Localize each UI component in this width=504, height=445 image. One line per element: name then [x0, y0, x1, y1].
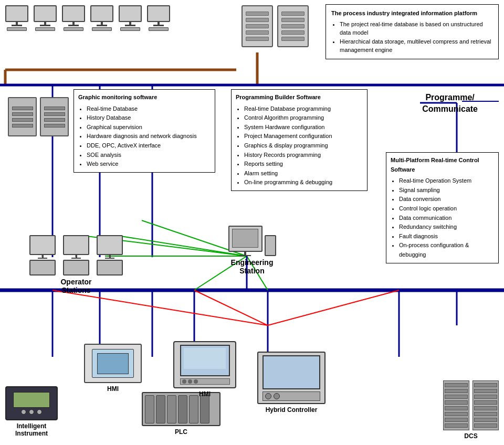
base-2	[40, 25, 50, 26]
monitor-4	[90, 5, 113, 22]
ctrl-item-1: Real-time Operation System	[399, 176, 494, 186]
prog-item-1: Real-time Database programming	[244, 104, 363, 114]
ctrl-item-7: Fault diagnosis	[399, 232, 494, 241]
graphic-item-1: Real-time Database	[87, 104, 211, 114]
server-slot-10	[281, 37, 304, 41]
knob-1	[21, 409, 26, 415]
server-slot-9	[281, 30, 304, 35]
programme-label: Programme/Communicate	[422, 92, 478, 115]
svg-line-24	[268, 290, 399, 325]
server-icon-2	[277, 5, 309, 47]
info-box-list: The project real-time database is based …	[331, 20, 493, 55]
base-5	[125, 25, 135, 26]
base-1	[12, 25, 22, 26]
hmi2-btn-3	[194, 379, 198, 384]
server-mid-area	[8, 97, 69, 136]
server-slot-4	[246, 30, 269, 35]
server-slot-8	[281, 24, 304, 28]
server-slot-2	[246, 18, 269, 22]
hmi2-screen	[180, 345, 230, 376]
graphic-item-7: Web service	[87, 160, 211, 169]
op-tower-1	[29, 260, 56, 276]
instrument-knobs	[21, 409, 42, 415]
operator-pc-1	[29, 235, 56, 276]
programming-box-title: Programming Builder Software	[236, 93, 363, 102]
instrument-label: Intelligent Instrument	[5, 422, 58, 437]
prog-item-5: Graphics & display programming	[244, 141, 363, 151]
server-slot-1	[246, 12, 269, 16]
hmi2-area: HMI	[173, 341, 236, 398]
server-icon-1	[242, 5, 273, 47]
control-box-list: Real-time Operation System Signal sampli…	[391, 176, 494, 259]
mid-server-2	[40, 97, 69, 136]
op-monitor-2	[63, 235, 89, 255]
graphic-item-2: History Database	[87, 113, 211, 123]
plc-area: PLC	[142, 392, 220, 436]
prog-item-4: Project Management configuration	[244, 132, 363, 141]
hmi1-screen	[92, 349, 134, 378]
graphic-item-3: Graphical supervision	[87, 123, 211, 132]
keyboard-5	[120, 27, 140, 31]
hmi1-label: HMI	[84, 385, 142, 393]
server-slot-3	[246, 24, 269, 28]
hmi2-btn-1	[182, 379, 186, 384]
operator-pc-2	[63, 235, 89, 276]
hmi2-label: HMI	[173, 390, 236, 398]
hmi1-panel	[84, 344, 142, 383]
workstation-2	[34, 5, 57, 31]
monitor-3	[62, 5, 85, 22]
workstation-4	[90, 5, 113, 31]
server-slot-6	[281, 12, 304, 16]
info-box-title: The process industry integrated informat…	[331, 9, 493, 18]
prog-item-3: System Hardware configuration	[244, 123, 363, 132]
info-item-2: Hierarchical data storage, multilevel co…	[340, 37, 493, 55]
intelligent-instrument-area: Intelligent Instrument	[5, 386, 58, 437]
programming-box: Programming Builder Software Real-time D…	[231, 89, 368, 191]
ctrl-item-2: Signal sampling	[399, 186, 494, 195]
monitor-5	[119, 5, 142, 22]
keyboard-4	[92, 27, 112, 31]
prog-item-7: Reports setting	[244, 160, 363, 169]
hybrid-area: Hybrid Controller	[257, 352, 326, 414]
base-3	[68, 25, 79, 26]
workstation-1	[5, 5, 28, 31]
operator-label: Operator Stations	[10, 278, 142, 294]
dcs-label: DCS	[443, 432, 499, 440]
op-tower-3	[97, 260, 123, 276]
plc-label: PLC	[142, 428, 220, 436]
engineering-area: Engineering Station	[210, 226, 294, 275]
op-monitor-1	[29, 235, 56, 255]
prog-item-8: Alarm setting	[244, 169, 363, 178]
info-box: The process industry integrated informat…	[326, 4, 499, 59]
base-4	[97, 25, 107, 26]
keyboard-1	[7, 27, 27, 31]
keyboard-2	[35, 27, 55, 31]
prog-item-6: History Records programming	[244, 151, 363, 160]
control-box: Multi-Platform Real-time Control Softwar…	[386, 152, 499, 263]
svg-line-23	[194, 290, 268, 325]
hybrid-label: Hybrid Controller	[257, 406, 326, 414]
keyboard-6	[149, 27, 169, 31]
dcs-area: DCS	[443, 380, 499, 440]
ctrl-item-6: Redundancy switching	[399, 222, 494, 232]
info-item-1: The project real-time database is based …	[340, 20, 493, 37]
server-slot-5	[246, 37, 269, 41]
prog-item-9: On-line programming & debugging	[244, 178, 363, 187]
dcs-rack-2	[472, 380, 499, 430]
server-top-area	[242, 5, 309, 47]
graphic-item-4: Hardware diagnosis and network diagnosis	[87, 132, 211, 141]
hmi1-area: HMI	[84, 344, 142, 393]
mid-server-1	[8, 97, 37, 136]
hmi2-buttons	[180, 378, 230, 385]
graphic-box-list: Real-time Database History Database Grap…	[78, 104, 211, 169]
instrument-screen	[13, 392, 50, 408]
graphic-item-5: DDE, OPC, ActiveX interface	[87, 141, 211, 151]
operator-pc-3	[97, 235, 123, 276]
control-box-title: Multi-Platform Real-time Control Softwar…	[391, 156, 494, 174]
workstation-3	[62, 5, 85, 31]
workstation-5	[119, 5, 142, 31]
dcs-rack-1	[443, 380, 469, 430]
hmi2-btn-2	[188, 379, 192, 384]
base-6	[153, 25, 164, 26]
op-tower-2	[63, 260, 89, 276]
